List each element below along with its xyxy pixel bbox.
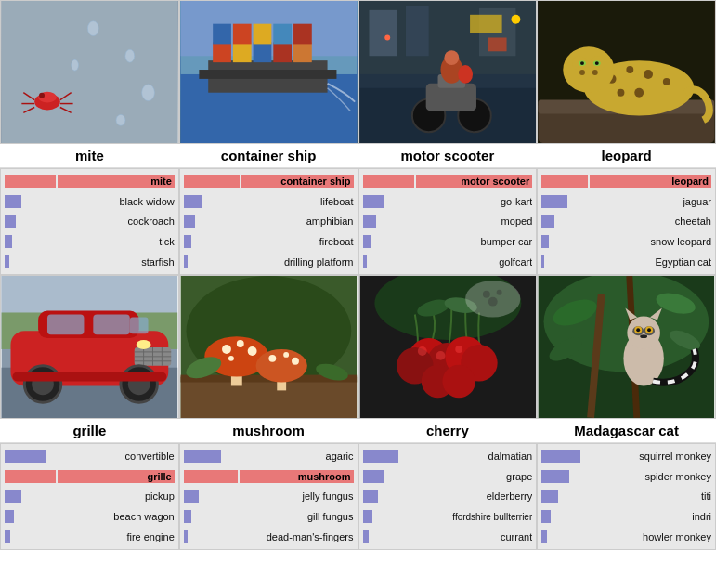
pred-bar <box>541 510 551 523</box>
svg-rect-28 <box>273 24 292 45</box>
pred-bar <box>5 470 56 483</box>
svg-point-38 <box>384 35 390 41</box>
svg-point-9 <box>39 93 45 98</box>
pred-label: cockroach <box>18 216 175 227</box>
pred-row: dead-man's-fingers <box>184 529 354 545</box>
svg-point-55 <box>635 88 644 98</box>
pred-bar <box>5 195 21 208</box>
svg-point-139 <box>647 328 651 332</box>
pred-row: starfish <box>5 254 175 270</box>
image-mushroom <box>179 275 358 419</box>
pred-label: starfish <box>11 256 175 268</box>
pred-bar <box>184 490 199 503</box>
pred-row: jaguar <box>541 193 711 210</box>
pred-row: container ship <box>184 173 354 189</box>
pred-bar <box>363 175 414 188</box>
pred-label: ffordshire bullterrier <box>374 512 533 522</box>
pred-bar <box>363 530 369 543</box>
label-cherry: cherry <box>358 419 538 443</box>
svg-rect-19 <box>199 70 336 79</box>
pred-row: grille <box>5 468 175 485</box>
pred-row: go-kart <box>363 193 533 210</box>
pred-row: bumper car <box>363 233 533 250</box>
svg-rect-32 <box>369 10 397 56</box>
pred-bar <box>5 215 16 228</box>
label-grille: grille <box>0 419 179 443</box>
pred-bar <box>5 175 56 188</box>
pred-label: lifeboat <box>204 196 354 207</box>
svg-point-95 <box>237 340 244 347</box>
pred-row: motor scooter <box>363 173 533 189</box>
svg-rect-72 <box>47 314 84 334</box>
pred-label: amphibian <box>197 216 354 227</box>
pred-row: mushroom <box>184 468 354 485</box>
pred-label: pickup <box>23 490 175 502</box>
svg-rect-25 <box>213 24 231 45</box>
predictions-cherry: dalmatian grape elderberry ffordshire bu… <box>358 443 538 550</box>
svg-point-140 <box>640 334 647 338</box>
svg-point-52 <box>627 66 634 73</box>
pred-label: bumper car <box>372 236 533 247</box>
svg-point-11 <box>125 49 135 62</box>
pred-label: Egyptian cat <box>546 256 711 268</box>
pred-bar <box>541 490 558 503</box>
pred-bar <box>363 215 376 228</box>
pred-label: dead-man's-fingers <box>189 531 354 542</box>
svg-point-37 <box>511 15 520 24</box>
pred-row: mite <box>5 173 175 189</box>
pred-label: motor scooter <box>416 175 533 188</box>
pred-label: indri <box>553 511 711 522</box>
pred-row: gill fungus <box>184 508 354 525</box>
svg-point-102 <box>292 358 299 365</box>
pred-row: squirrel monkey <box>541 448 711 464</box>
svg-rect-20 <box>213 42 231 62</box>
pred-label: elderberry <box>380 490 533 502</box>
pred-bar <box>363 490 378 503</box>
svg-point-99 <box>255 349 306 383</box>
pred-bar <box>541 195 567 208</box>
pred-label: fireboat <box>193 236 354 247</box>
predictions-container-ship: container ship lifeboat amphibian firebo… <box>179 168 358 275</box>
pred-row: cockroach <box>5 213 175 229</box>
pred-row: elderberry <box>363 488 533 504</box>
svg-point-13 <box>142 85 155 101</box>
pred-label: titi <box>560 490 711 502</box>
pred-label: beach wagon <box>16 511 175 522</box>
pred-row: moped <box>363 213 533 229</box>
pred-row: black widow <box>5 193 175 210</box>
pred-row: jelly fungus <box>184 488 354 504</box>
pred-bar <box>363 510 372 523</box>
predictions-grille: convertible grille pickup beach wagon fi… <box>0 443 179 550</box>
svg-point-122 <box>496 290 501 295</box>
label-madagascar-cat: Madagascar cat <box>537 419 716 443</box>
pred-bar <box>5 450 46 463</box>
pred-label: container ship <box>241 175 354 188</box>
pred-bar <box>541 450 580 463</box>
svg-rect-87 <box>12 372 166 382</box>
svg-point-54 <box>663 78 670 85</box>
pred-label: go-kart <box>385 196 533 207</box>
svg-point-56 <box>618 89 625 97</box>
pred-bar <box>541 235 549 248</box>
predictions-mite: mite black widow cockroach tick starfish <box>0 168 179 275</box>
svg-point-60 <box>579 70 585 75</box>
pred-row: dalmatian <box>363 448 533 464</box>
svg-point-97 <box>228 356 234 361</box>
svg-point-116 <box>436 351 445 360</box>
pred-row: grape <box>363 468 533 485</box>
pred-bar <box>363 450 398 463</box>
svg-rect-24 <box>293 42 312 62</box>
image-grille <box>0 275 179 419</box>
pred-label: spider monkey <box>571 471 711 482</box>
pred-label: golfcart <box>369 256 533 268</box>
image-cherry <box>358 275 538 419</box>
pred-bar <box>184 510 191 523</box>
pred-label: snow leopard <box>551 236 711 247</box>
pred-label: tick <box>14 236 175 247</box>
svg-point-121 <box>482 291 489 298</box>
pred-row: convertible <box>5 448 175 464</box>
svg-point-101 <box>283 352 289 358</box>
pred-label: jelly fungus <box>201 490 354 502</box>
pred-row: agaric <box>184 448 354 464</box>
pred-label: cheetah <box>556 216 711 227</box>
